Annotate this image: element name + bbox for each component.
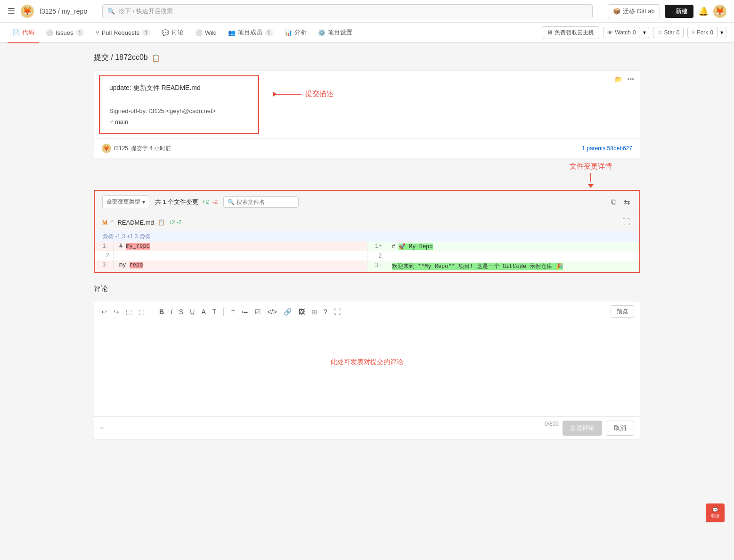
watch-button[interactable]: 👁 Watch 0	[603, 27, 640, 38]
fork-button[interactable]: ⑂ Fork 0	[687, 27, 718, 38]
image-button[interactable]: 🖼	[297, 307, 306, 317]
eye-icon: 👁	[607, 29, 613, 36]
more-options-icon[interactable]: •••	[627, 75, 634, 83]
italic-button[interactable]: I	[169, 307, 174, 317]
diff-line-added-1: 1+ # 🚀 My Repo	[367, 242, 640, 252]
expand-diff-button[interactable]: ⛶	[620, 217, 632, 227]
cancel-comment-button[interactable]: 取消	[606, 421, 634, 436]
nav-item-discuss[interactable]: 💬 讨论	[157, 23, 188, 43]
code-icon: 📄	[12, 29, 20, 36]
top-navigation: ☰ 🦊 f3125 / my_repo 🔍 按下 / 快速开启搜索 📦 迁移 G…	[0, 0, 734, 23]
file-changes-section: 全部变更类型 ▾ 共 1 个文件变更 +2 -2 🔍 ⧉ ⇆ M ^ R	[94, 190, 640, 273]
comment-editor: ↩ ↪ ⬚ ⬚ B I S U A T ≡ ≔ ☑ </> 🔗 🖼 ⊞ ?	[94, 301, 640, 440]
file-copy-icon[interactable]: 📋	[158, 219, 165, 226]
file-diff-item: M ^ README.md 📋 +2 -2 ⛶ @@ -1,3 +1,3 @@ …	[95, 213, 639, 272]
migrate-gitlab-button[interactable]: 📦 迁移 GitLab	[608, 4, 660, 18]
new-button[interactable]: + 新建	[665, 5, 693, 18]
diff-line-removed-1: 1- # my_repo	[95, 242, 367, 251]
file-search-input[interactable]	[237, 199, 294, 205]
annotation-commit-desc: 提交描述	[273, 89, 334, 98]
comment-footer: ✏ 0/800 发送评论 取消	[94, 416, 640, 439]
line-num-left-1: 1-	[95, 242, 114, 251]
star-icon: ☆	[657, 29, 662, 36]
file-search-box[interactable]: 🔍	[223, 196, 299, 208]
outdent-button[interactable]: ⬚	[137, 307, 146, 317]
table-button[interactable]: ⊞	[310, 307, 318, 317]
ordered-list-button[interactable]: ≔	[240, 307, 250, 317]
page-title-area: 提交 / 1872cc0b 📋	[94, 53, 640, 63]
diff-hunk-header: @@ -1,3 +1,3 @@	[95, 231, 639, 242]
breadcrumb: f3125 / my_repo	[40, 8, 87, 15]
indent-button[interactable]: ⬚	[124, 307, 133, 317]
nav-item-issues[interactable]: ⚪ Issues 1	[41, 23, 89, 43]
star-button[interactable]: ☆ Star 0	[653, 27, 684, 38]
color-button[interactable]: A	[200, 307, 207, 317]
hamburger-icon[interactable]: ☰	[8, 6, 15, 16]
file-header-actions: ⧉ ⇆	[609, 196, 632, 207]
nav-actions: 📦 迁移 GitLab + 新建 🔔 🦊	[608, 4, 726, 18]
link-button[interactable]: 🔗	[282, 307, 293, 317]
discuss-icon: 💬	[162, 29, 169, 36]
nav-item-wiki[interactable]: ⚪ Wiki	[190, 23, 221, 43]
preview-button[interactable]: 预览	[611, 305, 634, 318]
page-title: 提交 / 1872cc0b	[94, 53, 148, 63]
commit-message-box: update: 更新文件 README.md Signed-off-by: f3…	[99, 75, 259, 134]
fullscreen-button[interactable]: ⛶	[333, 307, 342, 317]
help-button[interactable]: ?	[322, 307, 329, 317]
nav-item-code[interactable]: 📄 代码	[8, 23, 39, 43]
checklist-button[interactable]: ☑	[253, 307, 262, 317]
parent-hash-link[interactable]: 58beb627	[607, 145, 632, 152]
code-button[interactable]: </>	[266, 307, 278, 317]
issues-icon: ⚪	[46, 29, 53, 36]
comment-body[interactable]: 此处可发表对提交的评论	[94, 322, 640, 416]
folder-icon[interactable]: 📁	[614, 75, 622, 83]
fork-count: 0	[710, 29, 713, 36]
migrate-icon: 📦	[613, 8, 620, 15]
redo-button[interactable]: ↪	[112, 307, 121, 317]
notification-bell-icon[interactable]: 🔔	[698, 6, 709, 16]
watch-dropdown-button[interactable]: ▾	[640, 27, 649, 38]
wiki-icon: ⚪	[195, 29, 203, 36]
undo-button[interactable]: ↩	[100, 307, 108, 317]
file-type-filter[interactable]: 全部变更类型 ▾	[102, 195, 149, 208]
file-change-badge: M	[102, 219, 107, 226]
branch-icon: ⑂	[109, 118, 113, 125]
star-count: 0	[677, 29, 680, 36]
side-by-side-view-button[interactable]: ⧉	[609, 196, 618, 207]
members-badge: 1	[265, 29, 273, 36]
submit-comment-button[interactable]: 发送评论	[563, 421, 602, 436]
line-content-right-2	[386, 252, 640, 261]
user-avatar[interactable]: 🦊	[713, 5, 726, 18]
commit-top-actions: 📁 •••	[614, 75, 634, 83]
commit-and-annotation-container: 📁 ••• update: 更新文件 README.md Signed-off-…	[94, 70, 640, 139]
commit-author-info: 🦊 f3125 提交于 4 小时前	[102, 144, 171, 153]
fork-dropdown-button[interactable]: ▾	[718, 27, 726, 38]
nav-item-members[interactable]: 👥 项目成员 1	[223, 23, 278, 43]
comments-section: 评论 ↩ ↪ ⬚ ⬚ B I S U A T ≡ ≔ ☑ </> 🔗	[94, 284, 640, 440]
nav-item-pull-requests[interactable]: ⑂ Pull Requests 1	[91, 23, 155, 43]
edit-icon: ✏	[100, 425, 105, 431]
file-changes-header: 全部变更类型 ▾ 共 1 个文件变更 +2 -2 🔍 ⧉ ⇆	[95, 191, 639, 213]
parents-label: 1 parents	[582, 145, 605, 152]
underline-button[interactable]: U	[188, 307, 196, 317]
file-diff-header: M ^ README.md 📋 +2 -2 ⛶	[95, 213, 639, 231]
watch-label: Watch	[615, 29, 631, 36]
bold-button[interactable]: B	[158, 307, 165, 317]
unordered-list-button[interactable]: ≡	[229, 307, 236, 317]
free-cloud-button[interactable]: 🖥 免费领取云主机	[542, 26, 599, 39]
search-bar[interactable]: 🔍 按下 / 快速开启搜索	[102, 4, 593, 18]
commit-branch: ⑂ main	[109, 118, 249, 125]
pr-icon: ⑂	[96, 29, 99, 36]
file-changes-annotation: 文件变更详情	[94, 158, 640, 190]
filter-dropdown-icon: ▾	[142, 199, 145, 205]
nav-item-analytics[interactable]: 📊 分析	[280, 23, 311, 43]
annotation-commit-desc-label: 提交描述	[305, 89, 334, 98]
settings-view-button[interactable]: ⇆	[622, 196, 632, 207]
search-icon: 🔍	[107, 8, 115, 15]
font-button[interactable]: T	[211, 307, 218, 317]
search-icon: 🔍	[228, 199, 235, 205]
strikethrough-button[interactable]: S	[178, 307, 185, 317]
nav-item-settings[interactable]: ⚙️ 项目设置	[313, 23, 357, 43]
expand-icon[interactable]: ^	[111, 219, 114, 226]
copy-hash-icon[interactable]: 📋	[152, 54, 160, 62]
